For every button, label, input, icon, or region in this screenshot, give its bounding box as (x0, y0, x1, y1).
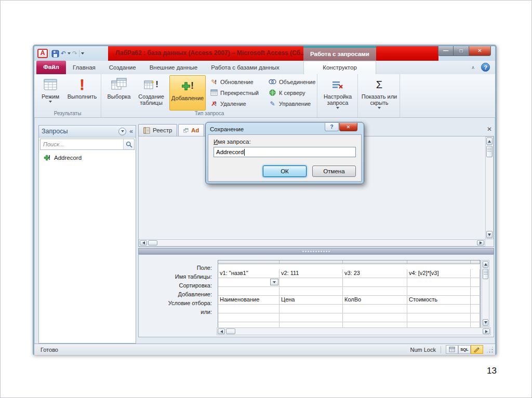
scrollbar-thumb[interactable] (486, 146, 493, 157)
grid-cell[interactable] (280, 305, 343, 313)
column-selector[interactable] (343, 260, 407, 264)
grid-cell-field-2[interactable]: v2: 111 (280, 269, 343, 278)
search-input[interactable]: Поиск... (40, 139, 135, 150)
grid-cell-criteria-1[interactable] (218, 305, 280, 313)
ok-button[interactable]: ОК (263, 166, 307, 177)
crosstab-button[interactable]: Перекрестный (209, 87, 268, 98)
qat-customize-icon[interactable] (81, 52, 84, 54)
grid-cell-append-3[interactable]: КолВо (343, 296, 407, 305)
datasheet-view-button[interactable] (446, 345, 458, 354)
tab-home[interactable]: Главная (66, 61, 102, 74)
query-name-input[interactable]: Addrecord (214, 147, 356, 157)
scroll-right-button[interactable] (477, 240, 484, 245)
nav-item-addrecord[interactable]: ! Addrecord (39, 151, 136, 164)
access-logo-icon[interactable]: A (37, 49, 48, 58)
shutter-collapse-icon[interactable]: « (129, 128, 133, 135)
view-button[interactable]: Режим (37, 76, 63, 109)
dialog-help-icon[interactable]: ? (325, 123, 339, 131)
save-icon[interactable] (51, 50, 59, 58)
grid-cell-append-2[interactable]: Цена (280, 296, 343, 305)
scroll-down-button[interactable] (486, 231, 493, 238)
grid-cell[interactable] (471, 305, 480, 313)
column-selector[interactable] (407, 260, 471, 264)
resize-grip[interactable] (486, 346, 494, 353)
make-table-button[interactable]: ✦! Создание таблицы (135, 76, 167, 109)
grid-cell-field-4[interactable]: v4: [v2]*[v3] (407, 269, 471, 278)
grid-cell[interactable] (471, 313, 480, 322)
tab-create[interactable]: Создание (102, 61, 143, 74)
scroll-down-button[interactable] (483, 319, 488, 326)
grid-cell[interactable] (280, 313, 343, 322)
grid-cell-or-1[interactable] (218, 313, 280, 322)
document-close-icon[interactable]: ✕ (485, 126, 494, 133)
update-button[interactable]: ✎! Обновление (209, 76, 268, 87)
redo-icon[interactable]: ↷ (72, 49, 77, 58)
minimize-button[interactable]: — (438, 46, 454, 56)
grid-cell-append-1[interactable]: Наименование (218, 296, 280, 305)
grid-cell[interactable] (407, 313, 471, 322)
scroll-left-button[interactable] (140, 240, 147, 245)
run-button[interactable]: ! Выполнить (65, 76, 99, 109)
design-view-button[interactable] (471, 345, 483, 354)
show-hide-button[interactable]: Σ Показать или скрыть (361, 76, 398, 109)
close-button[interactable]: ✕ (469, 46, 491, 56)
sql-view-button[interactable]: SQL (458, 345, 471, 354)
grid-cell-field-3[interactable]: v3: 23 (343, 269, 407, 278)
scrollbar-thumb[interactable] (148, 240, 157, 245)
grid-cell[interactable] (343, 287, 407, 296)
column-selector[interactable] (280, 260, 343, 264)
pass-through-button[interactable]: К серверу (268, 87, 317, 98)
maximize-button[interactable]: □ (454, 46, 469, 56)
grid-cell[interactable] (407, 278, 471, 287)
grid-cell[interactable] (343, 313, 407, 322)
column-selector[interactable] (471, 260, 480, 264)
grid-cell-field-1[interactable]: v1: "назв1" (218, 269, 280, 278)
pane-splitter[interactable] (138, 248, 494, 254)
grid-cell[interactable] (471, 296, 480, 305)
undo-icon[interactable]: ↶ (61, 49, 66, 58)
scrollbar-thumb[interactable] (226, 328, 235, 334)
grid-cell-append-4[interactable]: Стоимость (407, 296, 471, 305)
data-definition-button[interactable]: ✎ Управление (268, 98, 317, 109)
grid-cell[interactable] (471, 278, 480, 287)
grid-horizontal-scrollbar[interactable] (217, 327, 491, 335)
grid-cell[interactable] (407, 287, 471, 296)
union-button[interactable]: Объединение (268, 76, 317, 87)
grid-cell[interactable] (471, 269, 480, 278)
query-setup-button[interactable]: Настройка запроса (320, 76, 355, 109)
grid-cell[interactable] (343, 305, 407, 313)
grid-vertical-scrollbar[interactable] (482, 260, 489, 327)
tab-design[interactable]: Конструктор (303, 61, 376, 74)
vertical-scrollbar[interactable] (485, 136, 494, 239)
append-button[interactable]: ! Добавление (169, 75, 206, 111)
delete-button[interactable]: ✗! Удаление (209, 98, 268, 109)
scroll-left-button[interactable] (218, 328, 225, 334)
collapse-ribbon-icon[interactable]: ∧ (469, 63, 477, 72)
select-query-button[interactable]: Выборка (105, 76, 133, 109)
grid-cell[interactable] (407, 305, 471, 313)
scroll-up-button[interactable] (486, 138, 493, 145)
grid-cell[interactable] (471, 287, 480, 296)
tab-database-tools[interactable]: Работа с базами данных (204, 61, 286, 74)
grid-cell[interactable] (343, 278, 407, 287)
help-icon[interactable]: ? (481, 63, 490, 72)
grid-cell[interactable] (280, 287, 343, 296)
tab-external-data[interactable]: Внешние данные (143, 61, 204, 74)
tab-file[interactable]: Файл (36, 61, 66, 74)
dialog-close-icon[interactable]: ✕ (339, 123, 357, 131)
grid-cell[interactable] (280, 278, 343, 287)
search-icon[interactable] (123, 139, 134, 149)
nav-menu-icon[interactable] (118, 128, 126, 135)
scroll-up-button[interactable] (483, 261, 488, 268)
doc-tab-form[interactable]: Реестр (138, 124, 177, 136)
horizontal-scrollbar[interactable] (139, 239, 485, 246)
nav-pane-header[interactable]: Запросы « (39, 126, 136, 138)
doc-tab-query[interactable]: Ad (178, 124, 204, 136)
title-bar[interactable]: A ↶ ↷ ЛабРа62 : база данных (Access 2007… (34, 46, 495, 61)
grid-cell-table-1[interactable] (218, 278, 280, 287)
table-dropdown-icon[interactable] (270, 279, 278, 285)
column-selector[interactable] (218, 260, 280, 264)
grid-cell-sort-1[interactable] (218, 287, 280, 296)
undo-dropdown-icon[interactable] (68, 52, 71, 54)
scrollbar-thumb[interactable] (483, 269, 488, 279)
